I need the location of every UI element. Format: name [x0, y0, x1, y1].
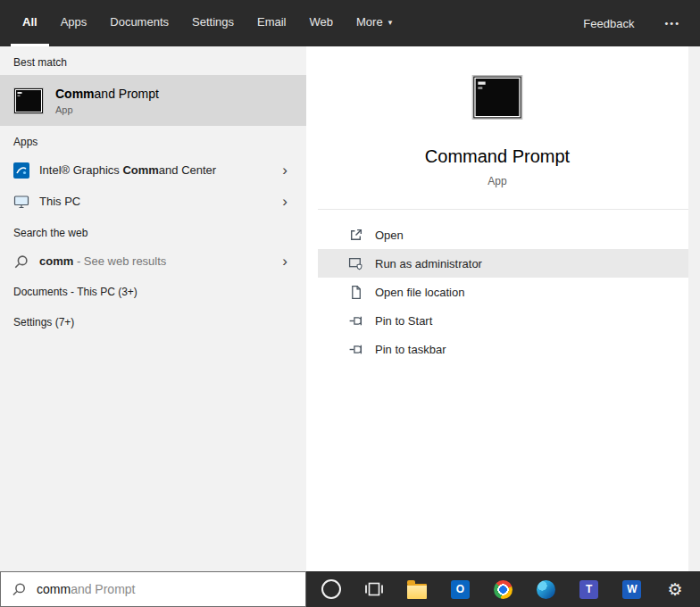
file-explorer-icon — [407, 584, 427, 599]
action-open-file-location[interactable]: Open file location — [318, 278, 688, 306]
settings-group-header[interactable]: Settings (7+) — [0, 307, 306, 337]
taskbar: O T W ⚙ — [306, 571, 700, 607]
tab-documents-label: Documents — [110, 15, 169, 29]
teams-button[interactable]: T — [570, 571, 609, 607]
search-query-text: command Prompt — [37, 582, 136, 596]
result-label: This PC — [39, 195, 80, 208]
matched-text: comm — [39, 254, 73, 268]
open-icon — [348, 228, 363, 243]
command-prompt-icon — [13, 87, 44, 114]
run-as-admin-icon — [348, 256, 363, 271]
rest-text: - See web results — [73, 254, 166, 268]
result-web-search[interactable]: comm - See web results › — [0, 245, 306, 277]
pin-icon — [348, 342, 363, 357]
settings-gear-icon: ⚙ — [667, 581, 682, 598]
action-label: Pin to taskbar — [375, 343, 446, 356]
file-explorer-button[interactable] — [397, 571, 437, 607]
action-pin-to-taskbar[interactable]: Pin to taskbar — [318, 335, 688, 363]
start-search-flyout: All Apps Documents Settings Email Web Mo… — [0, 0, 700, 607]
tab-apps-label: Apps — [61, 15, 88, 29]
best-match-title: Command Prompt — [55, 87, 159, 101]
chevron-right-icon[interactable]: › — [282, 162, 293, 178]
scrollbar[interactable] — [688, 46, 700, 571]
chrome-icon — [494, 580, 512, 599]
best-match-subtitle: App — [55, 104, 159, 115]
result-intel-graphics-command-center[interactable]: Intel® Graphics Command Center › — [0, 154, 306, 186]
teams-icon: T — [579, 580, 598, 599]
documents-group-header[interactable]: Documents - This PC (3+) — [0, 277, 306, 307]
this-pc-icon — [13, 194, 29, 210]
matched-text: Comm — [55, 87, 95, 101]
result-this-pc[interactable]: This PC › — [0, 186, 306, 217]
preview-app-title: Command Prompt — [306, 146, 688, 167]
action-label: Run as administrator — [375, 257, 482, 270]
search-icon — [12, 582, 27, 597]
results-panel: Best match Command Prompt App Apps — [0, 46, 306, 571]
action-label: Pin to Start — [375, 314, 432, 328]
chrome-button[interactable] — [483, 571, 522, 607]
tab-all-label: All — [22, 15, 38, 29]
intel-graphics-icon — [13, 162, 29, 179]
tab-web-label: Web — [310, 15, 334, 29]
preview-app-subtitle: App — [306, 175, 688, 187]
action-pin-to-start[interactable]: Pin to Start — [318, 306, 688, 335]
result-label: comm - See web results — [39, 254, 166, 268]
tab-more[interactable]: More ▾ — [345, 0, 404, 46]
search-filter-bar: All Apps Documents Settings Email Web Mo… — [0, 0, 700, 46]
task-view-button[interactable] — [354, 571, 394, 607]
chevron-down-icon: ▾ — [388, 18, 393, 27]
chevron-right-icon[interactable]: › — [282, 194, 293, 209]
file-location-icon — [348, 285, 363, 300]
command-prompt-icon-large — [471, 75, 523, 120]
chevron-right-icon[interactable]: › — [282, 254, 293, 269]
tab-more-label: More — [356, 15, 383, 29]
edge-button[interactable] — [527, 571, 566, 607]
action-label: Open — [375, 229, 404, 242]
search-icon — [13, 254, 29, 270]
rest-text: and Prompt — [95, 87, 159, 101]
rest-text: and Center — [159, 163, 216, 177]
settings-button[interactable]: ⚙ — [655, 571, 695, 607]
tab-apps[interactable]: Apps — [49, 0, 99, 46]
best-match-result[interactable]: Command Prompt App — [0, 75, 306, 126]
tab-web[interactable]: Web — [298, 0, 346, 46]
cortana-button[interactable] — [312, 571, 351, 607]
outlook-icon: O — [451, 580, 470, 599]
action-run-as-administrator[interactable]: Run as administrator — [318, 249, 688, 278]
edge-icon — [537, 580, 555, 599]
word-icon: W — [622, 580, 641, 599]
search-input[interactable]: command Prompt — [0, 571, 306, 607]
pin-icon — [348, 313, 363, 328]
typed-text: comm — [37, 582, 71, 596]
action-open[interactable]: Open — [318, 220, 688, 249]
result-label: Intel® Graphics Command Center — [39, 163, 216, 177]
apps-header: Apps — [0, 126, 306, 154]
tab-documents[interactable]: Documents — [98, 0, 180, 46]
outlook-button[interactable]: O — [440, 571, 479, 607]
action-label: Open file location — [375, 286, 464, 299]
task-view-icon — [364, 579, 384, 599]
tab-email-label: Email — [257, 15, 287, 29]
autocomplete-suggestion: and Prompt — [71, 582, 135, 596]
more-options-icon[interactable]: ••• — [664, 18, 680, 29]
best-match-header: Best match — [0, 46, 306, 75]
filter-tabs: All Apps Documents Settings Email Web Mo… — [11, 0, 404, 46]
feedback-button[interactable]: Feedback — [583, 17, 634, 30]
preview-panel: Command Prompt App Open Run as admi — [306, 46, 688, 571]
cortana-icon — [321, 579, 341, 599]
tab-settings[interactable]: Settings — [180, 0, 246, 46]
tab-email[interactable]: Email — [246, 0, 298, 46]
tab-all[interactable]: All — [11, 0, 49, 46]
word-button[interactable]: W — [612, 571, 652, 607]
pre-text: This PC — [39, 195, 80, 208]
search-the-web-header: Search the web — [0, 217, 306, 245]
pre-text: Intel® Graphics — [39, 163, 122, 177]
divider — [318, 209, 688, 210]
tab-settings-label: Settings — [192, 15, 234, 29]
matched-text: Comm — [122, 163, 158, 177]
